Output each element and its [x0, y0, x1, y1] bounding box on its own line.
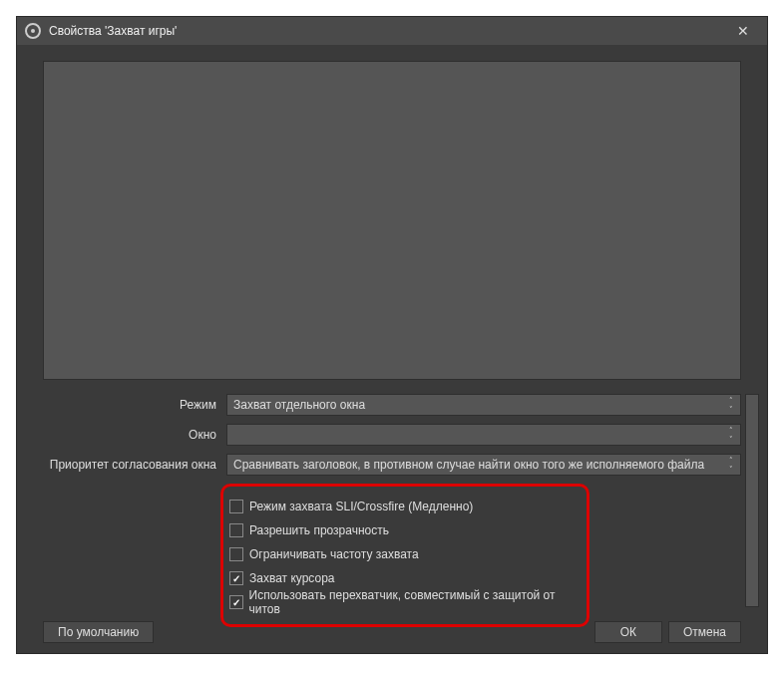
row-priority: Приоритет согласования окна Сравнивать з… — [43, 454, 741, 476]
dialog-window: Свойства 'Захват игры' ✕ Режим Захват от… — [16, 16, 768, 654]
ok-button[interactable]: ОК — [594, 621, 662, 643]
dropdown-priority[interactable]: Сравнивать заголовок, в противном случае… — [226, 454, 741, 476]
cancel-button[interactable]: Отмена — [668, 621, 741, 643]
check-label-anticheat: Использовать перехватчик, совместимый с … — [249, 588, 577, 616]
footer: По умолчанию ОК Отмена — [43, 621, 741, 643]
checkbox-anticheat[interactable] — [229, 595, 243, 609]
check-label-sli: Режим захвата SLI/Crossfire (Медленно) — [249, 500, 473, 513]
window-title: Свойства 'Захват игры' — [49, 24, 719, 38]
dropdown-window[interactable]: ˄˅ — [226, 424, 741, 446]
spinner-icon: ˄˅ — [724, 456, 738, 474]
label-priority: Приоритет согласования окна — [43, 458, 220, 472]
dropdown-mode-value: Захват отдельного окна — [233, 398, 365, 412]
highlight-annotation: Режим захвата SLI/Crossfire (Медленно) Р… — [220, 484, 589, 627]
preview-area — [43, 61, 741, 380]
checkbox-cursor[interactable] — [229, 571, 243, 585]
label-window: Окно — [43, 428, 220, 442]
check-row-limitfps[interactable]: Ограничивать частоту захвата — [229, 544, 577, 564]
check-row-cursor[interactable]: Захват курсора — [229, 568, 577, 588]
dropdown-mode[interactable]: Захват отдельного окна ˄˅ — [226, 394, 741, 416]
checkbox-limitfps[interactable] — [229, 547, 243, 561]
defaults-button[interactable]: По умолчанию — [43, 621, 154, 643]
check-label-transparency: Разрешить прозрачность — [249, 523, 389, 537]
dropdown-priority-value: Сравнивать заголовок, в противном случае… — [233, 458, 704, 472]
close-icon[interactable]: ✕ — [727, 23, 759, 39]
checkbox-sli[interactable] — [229, 500, 243, 513]
spinner-icon: ˄˅ — [724, 396, 738, 414]
scrollbar-thumb[interactable] — [746, 395, 758, 606]
app-icon — [25, 23, 41, 39]
label-mode: Режим — [43, 398, 220, 412]
checkbox-transparency[interactable] — [229, 523, 243, 537]
row-window: Окно ˄˅ — [43, 424, 741, 446]
titlebar: Свойства 'Захват игры' ✕ — [17, 17, 767, 45]
scrollbar[interactable] — [745, 394, 759, 607]
check-row-sli[interactable]: Режим захвата SLI/Crossfire (Медленно) — [229, 497, 577, 516]
form-area: Режим Захват отдельного окна ˄˅ Окно ˄˅ — [43, 394, 741, 637]
row-mode: Режим Захват отдельного окна ˄˅ — [43, 394, 741, 416]
content: Режим Захват отдельного окна ˄˅ Окно ˄˅ — [17, 45, 767, 653]
check-row-transparency[interactable]: Разрешить прозрачность — [229, 520, 577, 540]
check-label-cursor: Захват курсора — [249, 571, 334, 585]
check-label-limitfps: Ограничивать частоту захвата — [249, 547, 419, 561]
check-row-anticheat[interactable]: Использовать перехватчик, совместимый с … — [229, 592, 577, 612]
spinner-icon: ˄˅ — [724, 426, 738, 444]
